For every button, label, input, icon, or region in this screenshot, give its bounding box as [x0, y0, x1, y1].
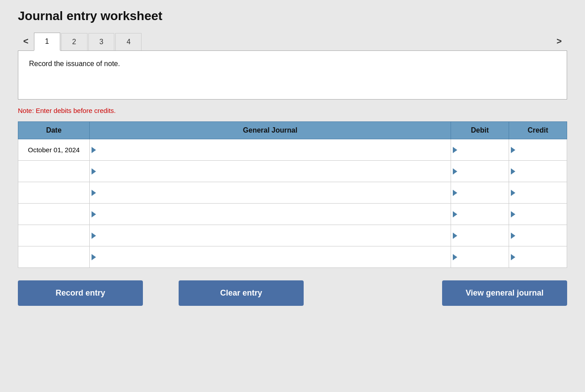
table-row	[18, 161, 567, 182]
debit-input-3[interactable]	[451, 182, 509, 203]
journal-cell-5[interactable]	[90, 225, 451, 246]
date-cell-4	[18, 204, 90, 225]
debit-cell-1[interactable]	[451, 139, 509, 161]
journal-input-4[interactable]	[90, 204, 451, 225]
credit-input-4[interactable]	[509, 204, 567, 225]
date-cell-1: October 01, 2024	[18, 139, 90, 161]
credit-input-5[interactable]	[509, 225, 567, 246]
credit-input-1[interactable]	[509, 139, 567, 160]
journal-input-1[interactable]	[90, 139, 451, 160]
date-cell-3	[18, 182, 90, 204]
buttons-row: Record entry Clear entry View general jo…	[18, 280, 567, 306]
debit-cell-4[interactable]	[451, 204, 509, 225]
debit-cell-5[interactable]	[451, 225, 509, 246]
instruction-box: Record the issuance of note.	[18, 50, 567, 100]
journal-input-6[interactable]	[90, 246, 451, 267]
credit-cell-1[interactable]	[509, 139, 567, 161]
debit-input-6[interactable]	[451, 246, 509, 267]
table-row	[18, 246, 567, 268]
tab-2[interactable]: 2	[61, 33, 88, 50]
credit-cell-2[interactable]	[509, 161, 567, 182]
credit-cell-3[interactable]	[509, 182, 567, 204]
credit-cell-6[interactable]	[509, 246, 567, 268]
journal-cell-3[interactable]	[90, 182, 451, 204]
note-text: Note: Enter debits before credits.	[18, 107, 567, 114]
tab-1[interactable]: 1	[34, 33, 60, 51]
page-title: Journal entry worksheet	[18, 9, 567, 23]
journal-cell-2[interactable]	[90, 161, 451, 182]
table-row	[18, 225, 567, 246]
credit-cell-4[interactable]	[509, 204, 567, 225]
header-journal: General Journal	[90, 122, 451, 139]
credit-cell-5[interactable]	[509, 225, 567, 246]
date-cell-2	[18, 161, 90, 182]
journal-cell-6[interactable]	[90, 246, 451, 268]
journal-input-5[interactable]	[90, 225, 451, 246]
journal-input-2[interactable]	[90, 161, 451, 182]
debit-input-4[interactable]	[451, 204, 509, 225]
tab-4[interactable]: 4	[115, 33, 142, 50]
next-tab-button[interactable]: >	[551, 33, 567, 50]
table-row: October 01, 2024	[18, 139, 567, 161]
credit-input-6[interactable]	[509, 246, 567, 267]
clear-entry-button[interactable]: Clear entry	[179, 280, 304, 306]
tab-navigation: < 1 2 3 4 >	[18, 32, 567, 50]
debit-input-5[interactable]	[451, 225, 509, 246]
journal-cell-1[interactable]	[90, 139, 451, 161]
journal-table: Date General Journal Debit Credit Octobe…	[18, 121, 567, 268]
debit-cell-6[interactable]	[451, 246, 509, 268]
credit-input-2[interactable]	[509, 161, 567, 182]
header-date: Date	[18, 122, 90, 139]
credit-input-3[interactable]	[509, 182, 567, 203]
date-cell-5	[18, 225, 90, 246]
table-row	[18, 182, 567, 204]
view-general-journal-button[interactable]: View general journal	[442, 280, 567, 306]
header-credit: Credit	[509, 122, 567, 139]
header-debit: Debit	[451, 122, 509, 139]
instruction-text: Record the issuance of note.	[29, 60, 120, 67]
date-cell-6	[18, 246, 90, 268]
table-row	[18, 204, 567, 225]
debit-cell-2[interactable]	[451, 161, 509, 182]
debit-cell-3[interactable]	[451, 182, 509, 204]
record-entry-button[interactable]: Record entry	[18, 280, 143, 306]
prev-tab-button[interactable]: <	[18, 33, 34, 50]
debit-input-2[interactable]	[451, 161, 509, 182]
debit-input-1[interactable]	[451, 139, 509, 160]
tab-3[interactable]: 3	[88, 33, 115, 50]
journal-cell-4[interactable]	[90, 204, 451, 225]
journal-input-3[interactable]	[90, 182, 451, 203]
